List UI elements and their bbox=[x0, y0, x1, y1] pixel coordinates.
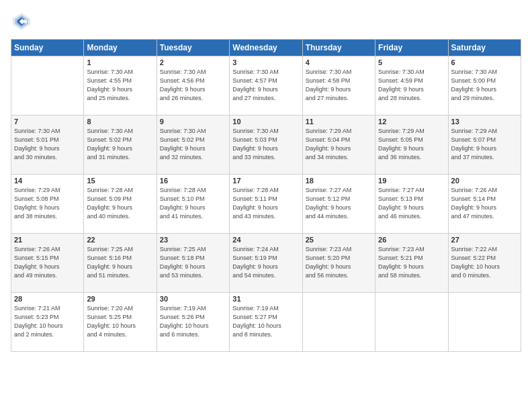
day-info: Sunrise: 7:30 AMSunset: 5:01 PMDaylight:… bbox=[14, 127, 81, 162]
day-info: Sunrise: 7:19 AMSunset: 5:27 PMDaylight:… bbox=[232, 304, 299, 339]
week-row-2: 14Sunrise: 7:29 AMSunset: 5:08 PMDayligh… bbox=[11, 175, 521, 234]
day-info: Sunrise: 7:26 AMSunset: 5:15 PMDaylight:… bbox=[14, 245, 81, 280]
calendar-cell: 5Sunrise: 7:30 AMSunset: 4:59 PMDaylight… bbox=[375, 56, 448, 116]
day-number: 10 bbox=[232, 118, 299, 126]
calendar-cell: 11Sunrise: 7:29 AMSunset: 5:04 PMDayligh… bbox=[302, 116, 375, 175]
calendar-cell: 30Sunrise: 7:19 AMSunset: 5:26 PMDayligh… bbox=[157, 293, 229, 352]
header-cell-wednesday: Wednesday bbox=[230, 40, 302, 56]
day-number: 23 bbox=[160, 236, 226, 244]
day-info: Sunrise: 7:20 AMSunset: 5:25 PMDaylight:… bbox=[87, 304, 153, 339]
day-info: Sunrise: 7:30 AMSunset: 4:58 PMDaylight:… bbox=[306, 68, 372, 103]
header-cell-monday: Monday bbox=[84, 40, 157, 56]
day-number: 9 bbox=[160, 118, 226, 126]
calendar-cell bbox=[11, 56, 84, 116]
day-number: 24 bbox=[232, 236, 299, 244]
day-number: 6 bbox=[451, 58, 518, 66]
calendar-cell: 19Sunrise: 7:27 AMSunset: 5:13 PMDayligh… bbox=[375, 175, 448, 234]
day-info: Sunrise: 7:21 AMSunset: 5:23 PMDaylight:… bbox=[14, 304, 81, 339]
day-number: 18 bbox=[306, 177, 372, 185]
header-cell-friday: Friday bbox=[375, 40, 448, 56]
page: SundayMondayTuesdayWednesdayThursdayFrid… bbox=[0, 0, 532, 411]
day-info: Sunrise: 7:27 AMSunset: 5:13 PMDaylight:… bbox=[378, 186, 445, 221]
day-info: Sunrise: 7:28 AMSunset: 5:09 PMDaylight:… bbox=[87, 186, 153, 221]
calendar-cell: 21Sunrise: 7:26 AMSunset: 5:15 PMDayligh… bbox=[11, 234, 84, 293]
week-row-0: 1Sunrise: 7:30 AMSunset: 4:55 PMDaylight… bbox=[11, 56, 521, 116]
day-number: 22 bbox=[87, 236, 153, 244]
calendar-header: SundayMondayTuesdayWednesdayThursdayFrid… bbox=[11, 40, 521, 56]
calendar-cell: 28Sunrise: 7:21 AMSunset: 5:23 PMDayligh… bbox=[11, 293, 84, 352]
day-info: Sunrise: 7:25 AMSunset: 5:18 PMDaylight:… bbox=[160, 245, 226, 280]
calendar-cell: 6Sunrise: 7:30 AMSunset: 5:00 PMDaylight… bbox=[448, 56, 521, 116]
day-info: Sunrise: 7:30 AMSunset: 5:02 PMDaylight:… bbox=[87, 127, 153, 162]
day-info: Sunrise: 7:29 AMSunset: 5:08 PMDaylight:… bbox=[14, 186, 81, 221]
calendar-cell: 1Sunrise: 7:30 AMSunset: 4:55 PMDaylight… bbox=[84, 56, 157, 116]
day-number: 5 bbox=[378, 58, 445, 66]
day-number: 11 bbox=[306, 118, 372, 126]
logo-icon bbox=[11, 11, 32, 32]
day-number: 19 bbox=[378, 177, 445, 185]
calendar-cell: 8Sunrise: 7:30 AMSunset: 5:02 PMDaylight… bbox=[84, 116, 157, 175]
calendar-cell: 4Sunrise: 7:30 AMSunset: 4:58 PMDaylight… bbox=[302, 56, 375, 116]
calendar-cell: 9Sunrise: 7:30 AMSunset: 5:02 PMDaylight… bbox=[157, 116, 229, 175]
day-number: 25 bbox=[306, 236, 372, 244]
calendar-cell: 23Sunrise: 7:25 AMSunset: 5:18 PMDayligh… bbox=[157, 234, 229, 293]
header bbox=[11, 11, 521, 32]
day-number: 17 bbox=[232, 177, 299, 185]
week-row-1: 7Sunrise: 7:30 AMSunset: 5:01 PMDaylight… bbox=[11, 116, 521, 175]
calendar-cell: 10Sunrise: 7:30 AMSunset: 5:03 PMDayligh… bbox=[230, 116, 302, 175]
day-number: 31 bbox=[232, 295, 299, 303]
day-number: 13 bbox=[451, 118, 518, 126]
day-number: 15 bbox=[87, 177, 153, 185]
calendar-cell: 24Sunrise: 7:24 AMSunset: 5:19 PMDayligh… bbox=[230, 234, 302, 293]
day-number: 3 bbox=[232, 58, 299, 66]
calendar-body: 1Sunrise: 7:30 AMSunset: 4:55 PMDaylight… bbox=[11, 56, 521, 352]
day-info: Sunrise: 7:19 AMSunset: 5:26 PMDaylight:… bbox=[160, 304, 226, 339]
day-number: 7 bbox=[14, 118, 81, 126]
calendar-cell: 22Sunrise: 7:25 AMSunset: 5:16 PMDayligh… bbox=[84, 234, 157, 293]
day-number: 8 bbox=[87, 118, 153, 126]
week-row-4: 28Sunrise: 7:21 AMSunset: 5:23 PMDayligh… bbox=[11, 293, 521, 352]
day-number: 30 bbox=[160, 295, 226, 303]
day-info: Sunrise: 7:25 AMSunset: 5:16 PMDaylight:… bbox=[87, 245, 153, 280]
header-cell-sunday: Sunday bbox=[11, 40, 84, 56]
day-number: 20 bbox=[451, 177, 518, 185]
logo bbox=[11, 11, 35, 32]
day-info: Sunrise: 7:30 AMSunset: 4:56 PMDaylight:… bbox=[160, 68, 226, 103]
calendar-table: SundayMondayTuesdayWednesdayThursdayFrid… bbox=[11, 39, 521, 352]
calendar-cell: 31Sunrise: 7:19 AMSunset: 5:27 PMDayligh… bbox=[230, 293, 302, 352]
day-number: 4 bbox=[306, 58, 372, 66]
calendar-cell: 2Sunrise: 7:30 AMSunset: 4:56 PMDaylight… bbox=[157, 56, 229, 116]
day-number: 16 bbox=[160, 177, 226, 185]
day-info: Sunrise: 7:23 AMSunset: 5:20 PMDaylight:… bbox=[306, 245, 372, 280]
day-number: 27 bbox=[451, 236, 518, 244]
day-info: Sunrise: 7:29 AMSunset: 5:07 PMDaylight:… bbox=[451, 127, 518, 162]
day-number: 26 bbox=[378, 236, 445, 244]
day-info: Sunrise: 7:30 AMSunset: 5:03 PMDaylight:… bbox=[232, 127, 299, 162]
day-info: Sunrise: 7:30 AMSunset: 5:02 PMDaylight:… bbox=[160, 127, 226, 162]
calendar-cell bbox=[375, 293, 448, 352]
calendar-cell: 29Sunrise: 7:20 AMSunset: 5:25 PMDayligh… bbox=[84, 293, 157, 352]
calendar-cell: 14Sunrise: 7:29 AMSunset: 5:08 PMDayligh… bbox=[11, 175, 84, 234]
day-info: Sunrise: 7:29 AMSunset: 5:04 PMDaylight:… bbox=[306, 127, 372, 162]
day-info: Sunrise: 7:30 AMSunset: 5:00 PMDaylight:… bbox=[451, 68, 518, 103]
header-cell-thursday: Thursday bbox=[302, 40, 375, 56]
day-number: 28 bbox=[14, 295, 81, 303]
calendar-cell bbox=[302, 293, 375, 352]
day-number: 1 bbox=[87, 58, 153, 66]
day-number: 14 bbox=[14, 177, 81, 185]
calendar-cell: 7Sunrise: 7:30 AMSunset: 5:01 PMDaylight… bbox=[11, 116, 84, 175]
day-info: Sunrise: 7:27 AMSunset: 5:12 PMDaylight:… bbox=[306, 186, 372, 221]
calendar-cell: 25Sunrise: 7:23 AMSunset: 5:20 PMDayligh… bbox=[302, 234, 375, 293]
calendar-cell: 12Sunrise: 7:29 AMSunset: 5:05 PMDayligh… bbox=[375, 116, 448, 175]
calendar-cell: 3Sunrise: 7:30 AMSunset: 4:57 PMDaylight… bbox=[230, 56, 302, 116]
day-number: 2 bbox=[160, 58, 226, 66]
day-number: 12 bbox=[378, 118, 445, 126]
header-cell-tuesday: Tuesday bbox=[157, 40, 229, 56]
calendar-cell: 20Sunrise: 7:26 AMSunset: 5:14 PMDayligh… bbox=[448, 175, 521, 234]
day-info: Sunrise: 7:26 AMSunset: 5:14 PMDaylight:… bbox=[451, 186, 518, 221]
day-info: Sunrise: 7:29 AMSunset: 5:05 PMDaylight:… bbox=[378, 127, 445, 162]
day-info: Sunrise: 7:23 AMSunset: 5:21 PMDaylight:… bbox=[378, 245, 445, 280]
day-info: Sunrise: 7:24 AMSunset: 5:19 PMDaylight:… bbox=[232, 245, 299, 280]
header-row: SundayMondayTuesdayWednesdayThursdayFrid… bbox=[11, 40, 521, 56]
day-info: Sunrise: 7:30 AMSunset: 4:55 PMDaylight:… bbox=[87, 68, 153, 103]
